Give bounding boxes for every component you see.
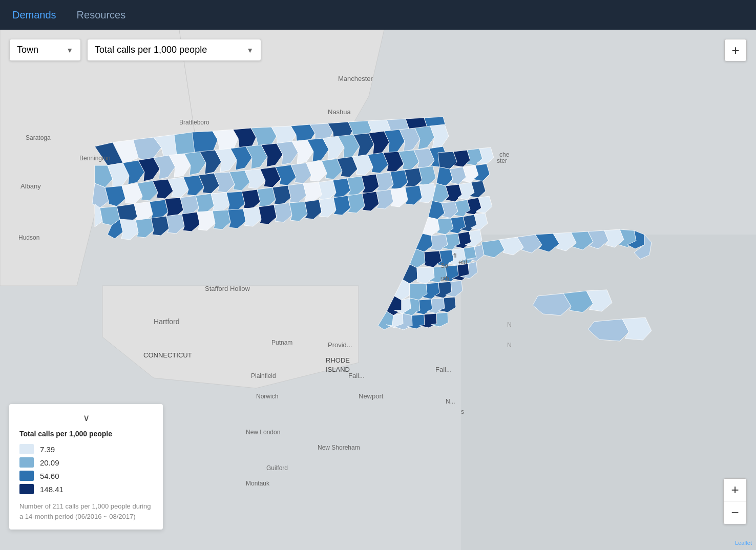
svg-text:So: So: [440, 262, 448, 269]
zoom-in-top-button[interactable]: +: [724, 39, 747, 61]
svg-text:N: N: [507, 342, 512, 349]
svg-text:Hudson: Hudson: [18, 234, 39, 241]
map-container: Saratoga Bennington Albany Brattleboro N…: [0, 30, 756, 550]
svg-text:Provid...: Provid...: [328, 341, 352, 349]
svg-text:ster: ster: [497, 157, 507, 164]
svg-text:Nashua: Nashua: [328, 108, 351, 116]
legend-swatch-4: [19, 484, 34, 494]
geography-label: Town: [17, 45, 38, 55]
zoom-pair: + −: [723, 478, 747, 524]
nav-demands[interactable]: Demands: [12, 9, 56, 21]
svg-text:New London: New London: [246, 429, 280, 436]
legend-item-3: 54.60: [19, 471, 153, 481]
svg-text:CONNECTICUT: CONNECTICUT: [143, 351, 192, 359]
svg-text:New Shoreham: New Shoreham: [318, 444, 360, 451]
geography-chevron-icon: ▼: [66, 46, 73, 54]
legend-item-2: 20.09: [19, 457, 153, 468]
legend-toggle-button[interactable]: ∨: [19, 412, 153, 424]
zoom-controls-bottom: + −: [723, 478, 747, 524]
svg-text:che: che: [499, 151, 510, 158]
legend-panel: ∨ Total calls per 1,000 people 7.39 20.0…: [9, 404, 163, 530]
legend-value-1: 7.39: [40, 445, 55, 454]
legend-value-2: 20.09: [40, 458, 59, 467]
legend-swatch-3: [19, 471, 34, 481]
svg-text:Manchester: Manchester: [338, 75, 373, 82]
legend-item-1: 7.39: [19, 444, 153, 454]
leaflet-attribution[interactable]: Leaflet: [735, 540, 752, 546]
svg-text:Bennington: Bennington: [79, 155, 111, 162]
svg-text:s: s: [461, 408, 464, 415]
legend-value-4: 148.41: [40, 485, 64, 494]
svg-text:ISLAND: ISLAND: [326, 366, 350, 373]
svg-text:N...: N...: [446, 398, 455, 405]
legend-swatch-2: [19, 457, 34, 468]
metric-label: Total calls per 1,000 people: [95, 45, 207, 55]
svg-text:Norwich: Norwich: [256, 393, 278, 400]
svg-text:fi: fi: [453, 251, 457, 259]
metric-chevron-icon: ▼: [246, 46, 254, 54]
svg-text:Plainfield: Plainfield: [251, 372, 276, 379]
controls-bar: Town ▼ Total calls per 1,000 people ▼: [9, 39, 261, 61]
svg-text:N: N: [507, 321, 512, 328]
metric-dropdown[interactable]: Total calls per 1,000 people ▼: [87, 39, 261, 61]
svg-text:Albany: Albany: [20, 182, 41, 190]
svg-text:Putnam: Putnam: [271, 339, 292, 346]
svg-text:Fall...: Fall...: [348, 372, 365, 379]
legend-title: Total calls per 1,000 people: [19, 430, 153, 438]
svg-rect-1: [461, 235, 756, 550]
header: Demands Resources: [0, 0, 756, 30]
svg-text:Saratoga: Saratoga: [26, 134, 51, 141]
zoom-in-top: +: [724, 39, 747, 61]
svg-text:Guilford: Guilford: [266, 464, 288, 472]
nav-resources[interactable]: Resources: [77, 9, 126, 21]
svg-text:uth: uth: [440, 275, 449, 282]
svg-text:Fall...: Fall...: [435, 366, 452, 373]
legend-description: Number of 211 calls per 1,000 people dur…: [19, 501, 153, 521]
svg-text:RHODE: RHODE: [326, 356, 350, 364]
geography-dropdown[interactable]: Town ▼: [9, 39, 81, 61]
svg-text:Newport: Newport: [359, 392, 384, 400]
svg-text:Hartford: Hartford: [154, 318, 180, 326]
svg-text:Brattleboro: Brattleboro: [179, 119, 209, 126]
legend-value-3: 54.60: [40, 472, 59, 480]
svg-text:Stafford Hollow: Stafford Hollow: [205, 285, 250, 292]
svg-text:Montauk: Montauk: [246, 480, 270, 487]
zoom-in-button[interactable]: +: [724, 479, 746, 501]
svg-text:eld: eld: [458, 258, 467, 266]
legend-item-4: 148.41: [19, 484, 153, 494]
legend-swatch-1: [19, 444, 34, 454]
zoom-out-button[interactable]: −: [724, 501, 746, 524]
